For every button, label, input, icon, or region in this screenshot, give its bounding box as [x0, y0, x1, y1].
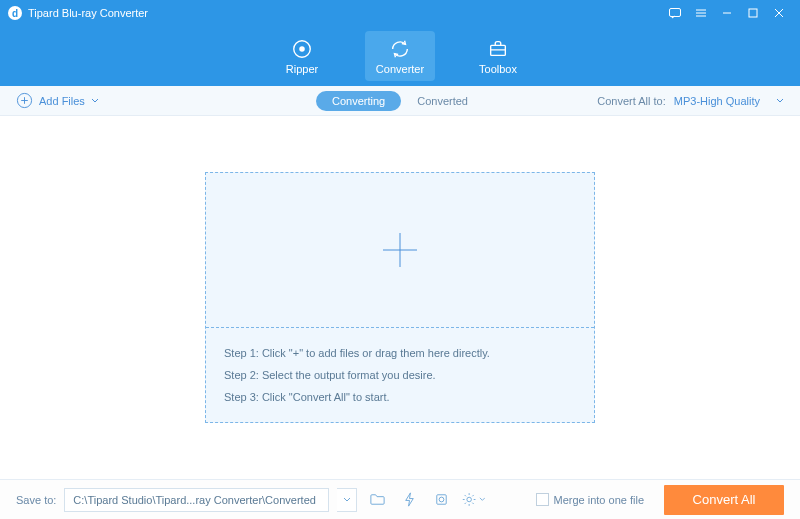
svg-rect-6: [437, 495, 446, 504]
hardware-button[interactable]: [429, 488, 453, 512]
save-path-field[interactable]: C:\Tipard Studio\Tipard...ray Converter\…: [64, 488, 329, 512]
svg-point-7: [439, 497, 444, 502]
footer-bar: Save to: C:\Tipard Studio\Tipard...ray C…: [0, 479, 800, 519]
add-files-label: Add Files: [39, 95, 85, 107]
svg-rect-0: [670, 9, 681, 17]
save-to-label: Save to:: [16, 494, 56, 506]
svg-rect-1: [749, 9, 757, 17]
convert-icon: [389, 38, 411, 60]
maximize-button[interactable]: [740, 0, 766, 26]
nav-toolbox[interactable]: Toolbox: [463, 31, 533, 81]
status-tabs: Converting Converted: [316, 91, 484, 111]
close-button[interactable]: [766, 0, 792, 26]
main-area: Step 1: Click "+" to add files or drag t…: [0, 116, 800, 479]
nav-converter[interactable]: Converter: [365, 31, 435, 81]
dropzone-add-area[interactable]: [206, 173, 594, 328]
tab-converted[interactable]: Converted: [401, 91, 484, 111]
step-text: Step 1: Click "+" to add files or drag t…: [224, 342, 576, 364]
toolbox-icon: [487, 38, 509, 60]
merge-label: Merge into one file: [554, 494, 645, 506]
chip-icon: [433, 491, 450, 508]
format-value: MP3-High Quality: [674, 95, 760, 107]
gear-icon: [461, 491, 477, 508]
main-nav: Ripper Converter Toolbox: [0, 26, 800, 86]
checkbox-icon: [536, 493, 549, 506]
nav-label: Converter: [376, 63, 424, 75]
instructions: Step 1: Click "+" to add files or drag t…: [206, 328, 594, 422]
minimize-button[interactable]: [714, 0, 740, 26]
nav-label: Toolbox: [479, 63, 517, 75]
add-files-button[interactable]: Add Files: [16, 92, 99, 109]
nav-label: Ripper: [286, 63, 318, 75]
app-title: Tipard Blu-ray Converter: [28, 7, 662, 19]
dropzone: Step 1: Click "+" to add files or drag t…: [205, 172, 595, 423]
nav-ripper[interactable]: Ripper: [267, 31, 337, 81]
gpu-accel-button[interactable]: [397, 488, 421, 512]
svg-point-3: [299, 46, 305, 52]
tab-converting[interactable]: Converting: [316, 91, 401, 111]
menu-icon[interactable]: [688, 0, 714, 26]
disc-icon: [291, 38, 313, 60]
chevron-down-icon: [776, 97, 784, 105]
plus-icon: [377, 227, 423, 273]
open-folder-button[interactable]: [365, 488, 389, 512]
titlebar: d Tipard Blu-ray Converter: [0, 0, 800, 26]
feedback-icon[interactable]: [662, 0, 688, 26]
plus-circle-icon: [16, 92, 33, 109]
convert-all-button[interactable]: Convert All: [664, 485, 784, 515]
step-text: Step 2: Select the output format you des…: [224, 364, 576, 386]
app-logo: d: [8, 6, 22, 20]
lightning-icon: [401, 491, 418, 508]
step-text: Step 3: Click "Convert All" to start.: [224, 386, 576, 408]
svg-point-8: [467, 497, 472, 502]
chevron-down-icon: [91, 97, 99, 105]
output-format-selector[interactable]: MP3-High Quality: [674, 95, 784, 107]
convert-all-to-label: Convert All to:: [597, 95, 665, 107]
merge-checkbox[interactable]: Merge into one file: [536, 493, 645, 506]
options-bar: Add Files Converting Converted Convert A…: [0, 86, 800, 116]
folder-icon: [369, 491, 386, 508]
settings-button[interactable]: [461, 488, 485, 512]
save-path-dropdown[interactable]: [337, 488, 357, 512]
convert-all-to: Convert All to: MP3-High Quality: [597, 95, 784, 107]
